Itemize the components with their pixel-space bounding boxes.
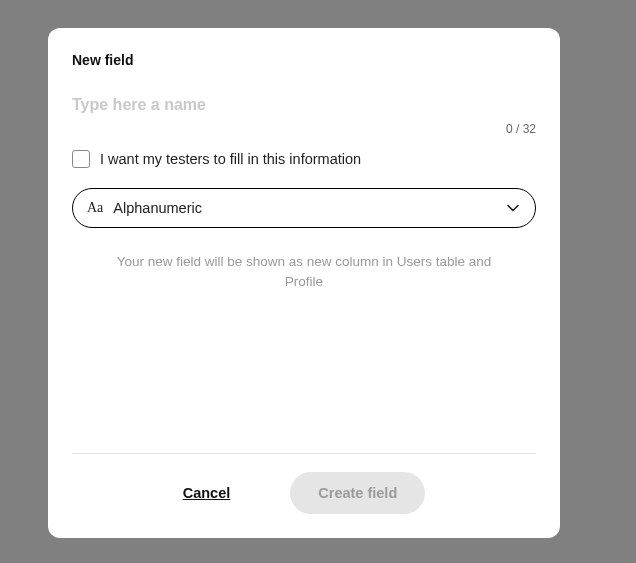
testers-checkbox[interactable] xyxy=(72,150,90,168)
chevron-down-icon xyxy=(505,200,521,216)
modal-footer: Cancel Create field xyxy=(72,472,536,514)
info-text: Your new field will be shown as new colu… xyxy=(72,252,536,291)
alphanumeric-type-icon: Aa xyxy=(87,200,103,216)
field-name-input[interactable] xyxy=(72,96,536,114)
testers-checkbox-label: I want my testers to fill in this inform… xyxy=(100,151,361,167)
field-type-selected-label: Alphanumeric xyxy=(113,200,495,216)
char-counter: 0 / 32 xyxy=(72,122,536,136)
field-type-select[interactable]: Aa Alphanumeric xyxy=(72,188,536,228)
footer-divider xyxy=(72,453,536,454)
modal-title: New field xyxy=(72,52,536,68)
create-field-button[interactable]: Create field xyxy=(290,472,425,514)
new-field-modal: New field 0 / 32 I want my testers to fi… xyxy=(48,28,560,538)
modal-spacer xyxy=(72,291,536,453)
cancel-button[interactable]: Cancel xyxy=(183,485,231,501)
testers-checkbox-row[interactable]: I want my testers to fill in this inform… xyxy=(72,150,536,168)
